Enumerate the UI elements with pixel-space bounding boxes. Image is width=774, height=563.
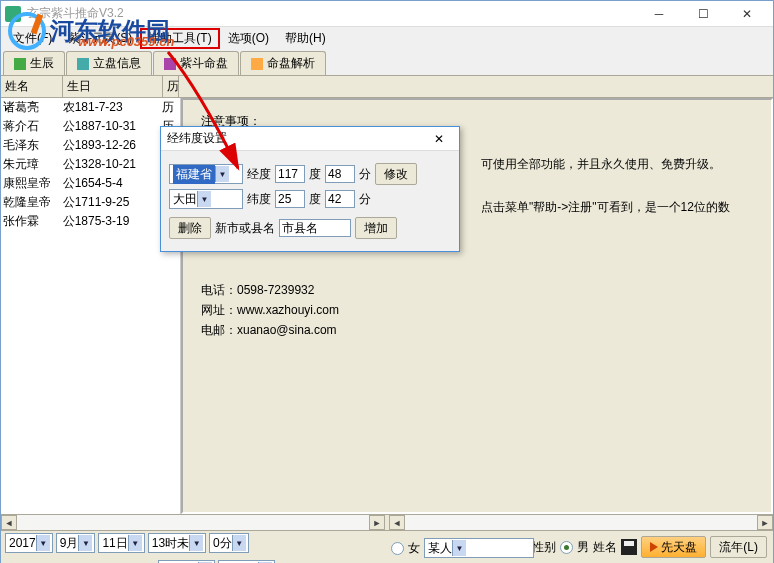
radio-female[interactable] [391, 542, 404, 555]
scroll-left-icon[interactable]: ◄ [1, 515, 17, 530]
analysis-icon [251, 58, 263, 70]
add-button[interactable]: 增加 [355, 217, 397, 239]
dialog-titlebar: 经纬度设置 ✕ [161, 127, 459, 151]
play-icon [650, 542, 658, 552]
lat-deg-input[interactable] [275, 190, 305, 208]
year-combo[interactable]: 2017▼ [5, 533, 53, 553]
scrollbar-h[interactable]: ◄ ► ◄ ► [1, 514, 773, 530]
menu-options[interactable]: 选项(O) [220, 28, 277, 49]
phone-line: 电话：0598-7239932 [201, 282, 761, 299]
chevron-down-icon[interactable]: ▼ [452, 540, 466, 556]
name-label: 姓名 [593, 539, 617, 556]
close-button[interactable]: ✕ [725, 1, 769, 27]
list-item[interactable]: 张作霖公1875-3-19历 [1, 212, 180, 231]
email-line: 电邮：xuanao@sina.com [201, 322, 761, 339]
info-icon [77, 58, 89, 70]
list-header: 姓名 生日 历 [1, 76, 773, 98]
lng-min-input[interactable] [325, 165, 355, 183]
tab-chart[interactable]: 紫斗命盘 [153, 51, 239, 75]
app-window: 玄宗紫斗推命V3.2 ─ ☐ ✕ 文件(F) 紫斗元灵(S) 辅助工具(T) 选… [0, 0, 774, 563]
chart-icon [164, 58, 176, 70]
window-title: 玄宗紫斗推命V3.2 [27, 5, 637, 22]
lng-deg-input[interactable] [275, 165, 305, 183]
lng-label: 经度 [247, 166, 271, 183]
people-list[interactable]: 诸葛亮农181-7-23历 蒋介石公1887-10-31历 毛泽东公1893-1… [1, 98, 181, 514]
hour-combo[interactable]: 13时未▼ [148, 533, 206, 553]
tab-analysis[interactable]: 命盘解析 [240, 51, 326, 75]
scroll-track[interactable] [405, 515, 757, 530]
scroll-track[interactable] [17, 515, 369, 530]
dialog-close-button[interactable]: ✕ [425, 132, 453, 146]
tabbar: 生辰 立盘信息 紫斗命盘 命盘解析 [1, 49, 773, 76]
day-combo[interactable]: 11日▼ [98, 533, 144, 553]
col-cal[interactable]: 历 [163, 76, 179, 97]
chevron-down-icon[interactable]: ▼ [189, 535, 203, 551]
chevron-down-icon[interactable]: ▼ [197, 191, 211, 207]
chevron-down-icon[interactable]: ▼ [36, 535, 50, 551]
menu-file[interactable]: 文件(F) [5, 28, 60, 49]
gender-label: 性别 [532, 539, 556, 556]
scroll-right-icon[interactable]: ► [369, 515, 385, 530]
month-combo[interactable]: 9月▼ [56, 533, 96, 553]
chevron-down-icon[interactable]: ▼ [78, 535, 92, 551]
latlng-dialog: 经纬度设置 ✕ 福建省▼ 经度 度 分 修改 大田▼ 纬度 度 分 删除 新市或… [160, 126, 460, 252]
chevron-down-icon[interactable]: ▼ [215, 166, 229, 182]
list-item[interactable]: 毛泽东公1893-12-26历 [1, 136, 180, 155]
app-icon [5, 6, 21, 22]
xiantian-button[interactable]: 先天盘 [641, 536, 706, 558]
menubar: 文件(F) 紫斗元灵(S) 辅助工具(T) 选项(O) 帮助(H) [1, 27, 773, 49]
tab-birth[interactable]: 生辰 [3, 51, 65, 75]
liunian-button[interactable]: 流年(L) [710, 536, 767, 558]
chevron-down-icon[interactable]: ▼ [232, 535, 246, 551]
menu-zidou[interactable]: 紫斗元灵(S) [60, 28, 140, 49]
newcity-label: 新市或县名 [215, 220, 275, 237]
list-item[interactable]: 朱元璋公1328-10-21历 [1, 155, 180, 174]
url-line: 网址：www.xazhouyi.com [201, 302, 761, 319]
city-combo[interactable]: 大田▼ [169, 189, 243, 209]
menu-tools[interactable]: 辅助工具(T) [140, 28, 219, 49]
province-combo[interactable]: 福建省▼ [169, 164, 243, 184]
save-icon[interactable] [621, 539, 637, 555]
list-item[interactable]: 康熙皇帝公1654-5-4 [1, 174, 180, 193]
name-combo[interactable]: 某人▼ [424, 538, 534, 558]
delete-button[interactable]: 删除 [169, 217, 211, 239]
tab-info[interactable]: 立盘信息 [66, 51, 152, 75]
maximize-button[interactable]: ☐ [681, 1, 725, 27]
bottombar: 2017▼ 9月▼ 11日▼ 13时未▼ 0分▼ 公历 农历 农历闰月 未知地▼… [1, 530, 773, 563]
birth-icon [14, 58, 26, 70]
minute-combo[interactable]: 0分▼ [209, 533, 249, 553]
scroll-left-icon[interactable]: ◄ [389, 515, 405, 530]
menu-help[interactable]: 帮助(H) [277, 28, 334, 49]
list-item[interactable]: 乾隆皇帝公1711-9-25 [1, 193, 180, 212]
list-item[interactable]: 诸葛亮农181-7-23历 [1, 98, 180, 117]
chevron-down-icon[interactable]: ▼ [128, 535, 142, 551]
col-name[interactable]: 姓名 [1, 76, 63, 97]
dialog-title: 经纬度设置 [167, 130, 425, 147]
titlebar: 玄宗紫斗推命V3.2 ─ ☐ ✕ [1, 1, 773, 27]
lat-min-input[interactable] [325, 190, 355, 208]
col-birth[interactable]: 生日 [63, 76, 163, 97]
newcity-input[interactable] [279, 219, 351, 237]
minimize-button[interactable]: ─ [637, 1, 681, 27]
radio-male[interactable] [560, 541, 573, 554]
modify-button[interactable]: 修改 [375, 163, 417, 185]
lat-label: 纬度 [247, 191, 271, 208]
list-item[interactable]: 蒋介石公1887-10-31历 [1, 117, 180, 136]
